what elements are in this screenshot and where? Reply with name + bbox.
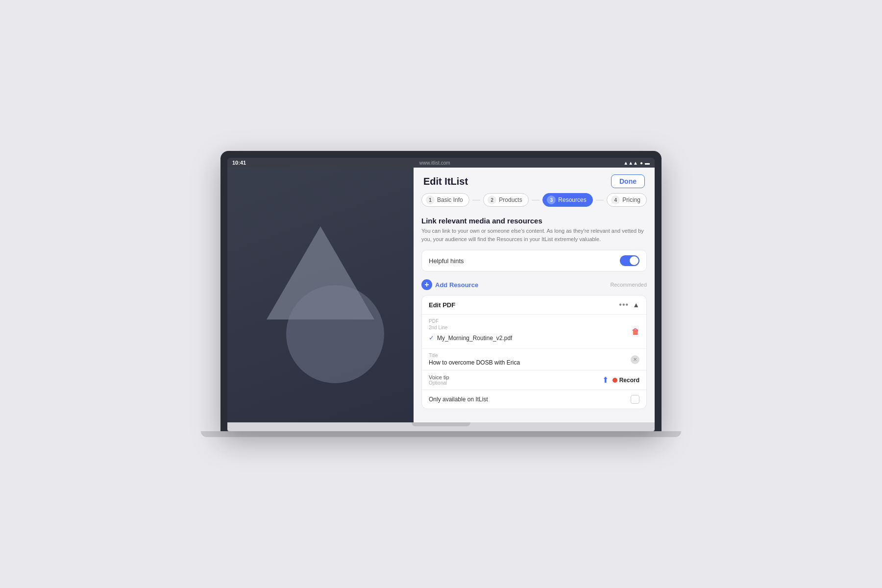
status-icons: ▲▲▲ ● ▬ [623,160,650,166]
battery-icon: ▬ [645,160,650,166]
collapse-button[interactable]: ▲ [633,301,639,309]
recommended-label: Recommended [610,282,647,288]
more-options-button[interactable]: ••• [619,300,629,309]
add-resource-button[interactable]: + Add Resource [421,279,478,290]
step-num-3: 3 [547,196,556,204]
tab-basic-info[interactable]: 1 Basic Info [421,193,469,207]
status-time: 10:41 [232,160,246,166]
tab-resources-label: Resources [558,196,586,203]
resource-card-header: Edit PDF ••• ▲ [422,295,646,315]
left-panel [227,168,414,422]
laptop-notch [412,422,470,426]
laptop-screen: Edit ItList Done 1 Basic Info 2 Products [227,168,655,422]
wifi-icon: ● [640,160,643,166]
resource-card: Edit PDF ••• ▲ PDF 2nd Line [421,295,647,409]
record-label: Record [619,377,639,384]
record-dot-icon [612,378,617,383]
step-connector-2 [532,200,540,200]
pdf-field-label: PDF [429,318,512,324]
voice-tip-row: Voice tip Optional ⬆ Record [422,370,646,390]
upload-voice-button[interactable]: ⬆ [602,375,609,385]
pdf-field-content: PDF 2nd Line ✓ My_Morning_Routine_v2.pdf [429,318,512,344]
laptop-base [201,431,681,437]
section-description: You can link to your own or someone else… [421,227,647,243]
record-button[interactable]: Record [612,377,639,384]
tab-pricing-label: Pricing [622,196,640,203]
step-num-4: 4 [611,196,620,204]
status-bar: 10:41 www.itlist.com ▲▲▲ ● ▬ [227,158,655,168]
voice-tip-actions: ⬆ Record [602,375,639,385]
only-available-checkbox[interactable] [631,395,639,404]
circle-shape [286,285,384,383]
only-available-row: Only available on ItList [422,390,646,409]
title-field-value[interactable]: How to overcome DOSB with Erica [429,359,639,366]
page-title: Edit ItList [423,176,468,187]
voice-tip-label: Voice tip [429,374,449,380]
tab-products-label: Products [499,196,522,203]
step-connector-3 [596,200,604,200]
filename-label: My_Morning_Routine_v2.pdf [437,335,512,342]
tab-basic-info-label: Basic Info [437,196,463,203]
laptop-screen-outer: 10:41 www.itlist.com ▲▲▲ ● ▬ Edit ItList… [220,151,662,431]
tab-resources[interactable]: 3 Resources [542,193,592,207]
add-icon: + [421,279,432,290]
pdf-field-sublabel: 2nd Line [429,325,512,330]
add-resource-row: + Add Resource Recommended [421,279,647,290]
card-header-actions: ••• ▲ [619,300,639,309]
helpful-hints-row: Helpful hints [421,250,647,271]
signal-icon: ▲▲▲ [623,160,638,166]
add-resource-label: Add Resource [435,281,478,289]
pdf-field-inner: PDF 2nd Line ✓ My_Morning_Routine_v2.pdf… [429,318,639,344]
laptop-bottom [227,422,655,431]
right-panel: Edit ItList Done 1 Basic Info 2 Products [414,168,655,422]
step-num-2: 2 [488,196,496,204]
step-connector-1 [472,200,481,200]
done-button[interactable]: Done [611,174,645,188]
clear-title-button[interactable]: ✕ [631,355,639,364]
check-icon: ✓ [429,334,434,342]
file-attached-row: ✓ My_Morning_Routine_v2.pdf [429,331,512,344]
only-available-label: Only available on ItList [429,396,488,403]
laptop-device: 10:41 www.itlist.com ▲▲▲ ● ▬ Edit ItList… [220,151,662,437]
form-header: Edit ItList Done [414,168,655,193]
tab-pricing[interactable]: 4 Pricing [607,193,647,207]
voice-tip-left: Voice tip Optional [429,374,449,386]
title-field-row: Title How to overcome DOSB with Erica ✕ [422,349,646,370]
helpful-hints-toggle[interactable] [620,255,639,266]
delete-pdf-button[interactable]: 🗑 [632,327,639,336]
title-field-label: Title [429,353,639,358]
step-num-1: 1 [426,196,435,204]
pdf-field-row: PDF 2nd Line ✓ My_Morning_Routine_v2.pdf… [422,315,646,349]
content-area: Link relevant media and resources You ca… [414,213,655,413]
status-url: www.itlist.com [419,160,450,166]
voice-tip-optional: Optional [429,380,449,386]
tab-products[interactable]: 2 Products [483,193,528,207]
helpful-hints-label: Helpful hints [429,257,464,265]
step-tabs: 1 Basic Info 2 Products 3 Resources [414,193,655,213]
resource-card-title: Edit PDF [429,301,455,309]
section-title: Link relevant media and resources [421,217,647,225]
